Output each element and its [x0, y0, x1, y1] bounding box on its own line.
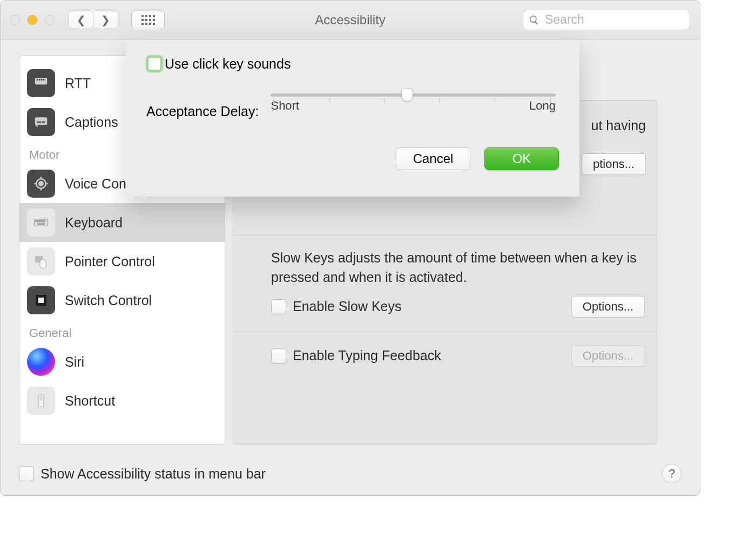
cancel-label: Cancel [413, 151, 454, 166]
svg-rect-22 [40, 396, 43, 401]
svg-rect-16 [38, 223, 45, 225]
svg-rect-5 [35, 117, 48, 125]
slow-keys-options-button[interactable]: Options... [571, 296, 645, 318]
sidebar-item-shortcut[interactable]: Shortcut [19, 381, 225, 420]
sidebar-item-keyboard[interactable]: Keyboard [19, 203, 225, 242]
search-input[interactable]: Search [523, 10, 690, 30]
sidebar-item-siri[interactable]: Siri [19, 342, 225, 381]
svg-rect-12 [38, 220, 39, 222]
ok-label: OK [512, 151, 531, 166]
divider [233, 234, 657, 235]
keyboard-icon [27, 208, 55, 237]
sidebar-section-general: General [19, 320, 225, 342]
svg-rect-13 [40, 220, 42, 222]
slider-thumb[interactable] [401, 89, 413, 102]
sidebar-item-label: Keyboard [65, 215, 123, 231]
options-label: ptions... [593, 157, 634, 171]
help-icon: ? [669, 467, 675, 481]
forward-button[interactable]: ❯ [93, 11, 118, 29]
options-button-partial[interactable]: ptions... [582, 153, 646, 175]
titlebar: ❮ ❯ Accessibility Search [1, 1, 700, 39]
voice-control-icon [27, 170, 55, 198]
slow-keys-description: Slow Keys adjusts the amount of time bet… [271, 248, 645, 287]
use-click-key-sounds-label: Use click key sounds [165, 56, 291, 72]
svg-rect-2 [39, 79, 40, 81]
slider-track [271, 93, 556, 97]
svg-rect-20 [38, 298, 44, 303]
svg-point-8 [39, 181, 43, 186]
sidebar-item-label: Pointer Control [65, 254, 155, 270]
shortcut-icon [27, 387, 55, 415]
options-label: Options... [583, 300, 633, 314]
captions-icon [27, 108, 55, 136]
rtt-icon [27, 69, 55, 97]
chevron-right-icon: ❯ [101, 14, 110, 26]
sidebar-item-pointer-control[interactable]: Pointer Control [19, 242, 225, 281]
description-partial: ut having [591, 118, 646, 133]
window-controls [10, 15, 55, 25]
grid-icon [141, 15, 155, 25]
close-window-button[interactable] [10, 15, 20, 25]
sidebar-item-label: Shortcut [65, 393, 115, 409]
svg-rect-14 [42, 220, 43, 222]
sidebar-item-label: Captions [65, 114, 118, 130]
search-placeholder: Search [545, 12, 584, 27]
cancel-button[interactable]: Cancel [396, 147, 470, 170]
options-label: Options... [583, 349, 633, 363]
minimize-window-button[interactable] [28, 15, 37, 25]
svg-rect-7 [42, 122, 45, 123]
svg-rect-11 [36, 220, 37, 222]
sidebar-item-label: Siri [65, 354, 84, 370]
svg-rect-3 [41, 79, 43, 81]
show-accessibility-status-checkbox[interactable] [19, 466, 34, 481]
search-icon [529, 15, 539, 25]
svg-rect-6 [37, 122, 42, 123]
back-button[interactable]: ❮ [69, 11, 93, 29]
chevron-left-icon: ❮ [77, 14, 86, 26]
enable-slow-keys-checkbox[interactable] [271, 299, 286, 314]
typing-feedback-options-button: Options... [571, 345, 645, 367]
acceptance-delay-slider[interactable]: Short Long [267, 93, 559, 129]
sidebar-item-switch-control[interactable]: Switch Control [19, 281, 225, 320]
help-button[interactable]: ? [662, 464, 681, 483]
divider [233, 332, 657, 332]
use-click-key-sounds-checkbox[interactable] [146, 56, 163, 72]
siri-icon [27, 348, 55, 376]
show-all-button[interactable] [131, 11, 165, 29]
enable-slow-keys-label: Enable Slow Keys [293, 299, 402, 314]
switch-control-icon [27, 286, 55, 314]
sidebar-item-label: Switch Control [65, 293, 152, 308]
zoom-window-button[interactable] [45, 15, 55, 25]
acceptance-delay-label: Acceptance Delay: [146, 104, 259, 119]
pointer-control-icon [27, 247, 55, 275]
slider-long-label: Long [529, 99, 556, 113]
enable-typing-feedback-checkbox[interactable] [271, 348, 286, 363]
footer: Show Accessibility status in menu bar ? [19, 464, 681, 483]
slider-short-label: Short [271, 99, 299, 113]
svg-rect-0 [35, 78, 48, 85]
svg-rect-1 [37, 79, 39, 81]
enable-typing-feedback-label: Enable Typing Feedback [293, 348, 441, 363]
svg-rect-4 [43, 79, 45, 81]
accessibility-window: ❮ ❯ Accessibility Search [0, 0, 700, 496]
ok-button[interactable]: OK [484, 147, 559, 170]
svg-rect-15 [44, 220, 45, 222]
sidebar-item-label: RTT [65, 76, 91, 91]
window-title: Accessibility [315, 12, 386, 28]
show-accessibility-status-label: Show Accessibility status in menu bar [40, 466, 266, 482]
nav-back-forward: ❮ ❯ [69, 11, 118, 29]
svg-point-18 [40, 259, 47, 269]
slow-keys-options-sheet: Use click key sounds Acceptance Delay: S… [126, 39, 579, 197]
